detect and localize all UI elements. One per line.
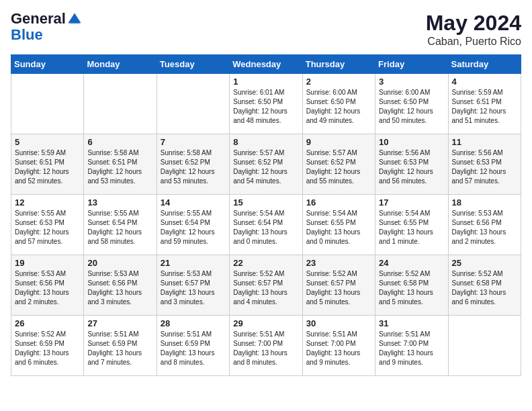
title-block: May 2024 Caban, Puerto Rico bbox=[426, 11, 521, 48]
day-info: Sunrise: 5:58 AMSunset: 6:51 PMDaylight:… bbox=[87, 148, 152, 186]
day-info: Sunrise: 5:55 AMSunset: 6:54 PMDaylight:… bbox=[161, 209, 226, 246]
day-info: Sunrise: 5:55 AMSunset: 6:54 PMDaylight:… bbox=[87, 209, 152, 246]
day-number: 20 bbox=[87, 258, 152, 268]
day-number: 11 bbox=[452, 137, 517, 147]
calendar-cell bbox=[11, 74, 84, 134]
day-number: 24 bbox=[379, 258, 444, 268]
day-info: Sunrise: 5:52 AMSunset: 6:57 PMDaylight:… bbox=[306, 269, 371, 307]
day-info: Sunrise: 5:56 AMSunset: 6:53 PMDaylight:… bbox=[379, 148, 444, 186]
day-number: 6 bbox=[87, 137, 152, 147]
calendar-cell: 23Sunrise: 5:52 AMSunset: 6:57 PMDayligh… bbox=[302, 255, 375, 316]
calendar-cell: 27Sunrise: 5:51 AMSunset: 6:59 PMDayligh… bbox=[84, 316, 157, 376]
day-info: Sunrise: 5:52 AMSunset: 6:57 PMDaylight:… bbox=[233, 269, 298, 307]
calendar-cell: 14Sunrise: 5:55 AMSunset: 6:54 PMDayligh… bbox=[157, 195, 229, 255]
day-info: Sunrise: 5:51 AMSunset: 6:59 PMDaylight:… bbox=[161, 330, 226, 367]
day-info: Sunrise: 5:55 AMSunset: 6:53 PMDaylight:… bbox=[15, 209, 80, 246]
calendar-cell: 18Sunrise: 5:53 AMSunset: 6:56 PMDayligh… bbox=[448, 195, 521, 255]
day-info: Sunrise: 6:01 AMSunset: 6:50 PMDaylight:… bbox=[233, 88, 298, 126]
day-info: Sunrise: 5:57 AMSunset: 6:52 PMDaylight:… bbox=[306, 148, 371, 186]
day-number: 29 bbox=[233, 318, 298, 328]
calendar-cell: 13Sunrise: 5:55 AMSunset: 6:54 PMDayligh… bbox=[84, 195, 157, 255]
day-number: 25 bbox=[452, 258, 517, 268]
day-number: 16 bbox=[306, 197, 371, 208]
day-info: Sunrise: 5:52 AMSunset: 6:58 PMDaylight:… bbox=[452, 269, 517, 307]
calendar-header-row: SundayMondayTuesdayWednesdayThursdayFrid… bbox=[11, 55, 521, 74]
header-monday: Monday bbox=[84, 55, 157, 74]
day-number: 15 bbox=[233, 197, 298, 208]
day-number: 13 bbox=[87, 197, 152, 208]
calendar-cell: 2Sunrise: 6:00 AMSunset: 6:50 PMDaylight… bbox=[302, 74, 375, 134]
day-info: Sunrise: 5:53 AMSunset: 6:56 PMDaylight:… bbox=[87, 269, 152, 307]
day-number: 23 bbox=[306, 258, 371, 268]
calendar-week-3: 12Sunrise: 5:55 AMSunset: 6:53 PMDayligh… bbox=[11, 195, 521, 255]
calendar-cell bbox=[84, 74, 157, 134]
calendar-week-5: 26Sunrise: 5:52 AMSunset: 6:59 PMDayligh… bbox=[11, 316, 521, 376]
day-info: Sunrise: 5:53 AMSunset: 6:57 PMDaylight:… bbox=[161, 269, 226, 307]
calendar-cell: 9Sunrise: 5:57 AMSunset: 6:52 PMDaylight… bbox=[302, 134, 375, 195]
day-info: Sunrise: 5:54 AMSunset: 6:55 PMDaylight:… bbox=[379, 209, 444, 246]
day-number: 3 bbox=[379, 77, 444, 87]
day-info: Sunrise: 5:57 AMSunset: 6:52 PMDaylight:… bbox=[233, 148, 298, 186]
day-number: 7 bbox=[161, 137, 226, 147]
calendar-cell: 6Sunrise: 5:58 AMSunset: 6:51 PMDaylight… bbox=[84, 134, 157, 195]
day-number: 10 bbox=[379, 137, 444, 147]
month-year-title: May 2024 bbox=[426, 11, 521, 36]
day-number: 5 bbox=[15, 137, 80, 147]
day-info: Sunrise: 5:53 AMSunset: 6:56 PMDaylight:… bbox=[15, 269, 80, 307]
day-number: 30 bbox=[306, 318, 371, 328]
calendar-cell: 21Sunrise: 5:53 AMSunset: 6:57 PMDayligh… bbox=[157, 255, 229, 316]
header-saturday: Saturday bbox=[448, 55, 521, 74]
day-number: 26 bbox=[15, 318, 80, 328]
calendar-cell: 26Sunrise: 5:52 AMSunset: 6:59 PMDayligh… bbox=[11, 316, 84, 376]
calendar-cell: 31Sunrise: 5:51 AMSunset: 7:00 PMDayligh… bbox=[375, 316, 448, 376]
calendar-cell: 4Sunrise: 5:59 AMSunset: 6:51 PMDaylight… bbox=[448, 74, 521, 134]
day-info: Sunrise: 5:51 AMSunset: 7:00 PMDaylight:… bbox=[306, 330, 371, 367]
day-number: 1 bbox=[233, 77, 298, 87]
day-info: Sunrise: 6:00 AMSunset: 6:50 PMDaylight:… bbox=[306, 88, 371, 126]
day-number: 9 bbox=[306, 137, 371, 147]
calendar-cell: 25Sunrise: 5:52 AMSunset: 6:58 PMDayligh… bbox=[448, 255, 521, 316]
location-subtitle: Caban, Puerto Rico bbox=[426, 36, 521, 48]
day-info: Sunrise: 5:53 AMSunset: 6:56 PMDaylight:… bbox=[452, 209, 517, 246]
calendar-cell: 3Sunrise: 6:00 AMSunset: 6:50 PMDaylight… bbox=[375, 74, 448, 134]
day-number: 2 bbox=[306, 77, 371, 87]
day-number: 22 bbox=[233, 258, 298, 268]
calendar-cell: 19Sunrise: 5:53 AMSunset: 6:56 PMDayligh… bbox=[11, 255, 84, 316]
day-number: 17 bbox=[379, 197, 444, 208]
day-info: Sunrise: 5:54 AMSunset: 6:54 PMDaylight:… bbox=[233, 209, 298, 246]
day-number: 31 bbox=[379, 318, 444, 328]
day-info: Sunrise: 5:56 AMSunset: 6:53 PMDaylight:… bbox=[452, 148, 517, 186]
day-info: Sunrise: 5:54 AMSunset: 6:55 PMDaylight:… bbox=[306, 209, 371, 246]
day-info: Sunrise: 5:59 AMSunset: 6:51 PMDaylight:… bbox=[15, 148, 80, 186]
day-number: 18 bbox=[452, 197, 517, 208]
day-info: Sunrise: 5:52 AMSunset: 6:58 PMDaylight:… bbox=[379, 269, 444, 307]
calendar-week-2: 5Sunrise: 5:59 AMSunset: 6:51 PMDaylight… bbox=[11, 134, 521, 195]
calendar-cell: 22Sunrise: 5:52 AMSunset: 6:57 PMDayligh… bbox=[230, 255, 302, 316]
day-info: Sunrise: 5:58 AMSunset: 6:52 PMDaylight:… bbox=[161, 148, 226, 186]
calendar-cell: 5Sunrise: 5:59 AMSunset: 6:51 PMDaylight… bbox=[11, 134, 84, 195]
day-info: Sunrise: 5:51 AMSunset: 7:00 PMDaylight:… bbox=[379, 330, 444, 367]
header-friday: Friday bbox=[375, 55, 448, 74]
calendar-cell: 11Sunrise: 5:56 AMSunset: 6:53 PMDayligh… bbox=[448, 134, 521, 195]
calendar-cell: 17Sunrise: 5:54 AMSunset: 6:55 PMDayligh… bbox=[375, 195, 448, 255]
calendar-cell: 29Sunrise: 5:51 AMSunset: 7:00 PMDayligh… bbox=[230, 316, 302, 376]
day-info: Sunrise: 5:52 AMSunset: 6:59 PMDaylight:… bbox=[15, 330, 80, 367]
day-number: 14 bbox=[161, 197, 226, 208]
day-info: Sunrise: 5:59 AMSunset: 6:51 PMDaylight:… bbox=[452, 88, 517, 126]
header-thursday: Thursday bbox=[302, 55, 375, 74]
day-info: Sunrise: 6:00 AMSunset: 6:50 PMDaylight:… bbox=[379, 88, 444, 126]
logo-text: General bbox=[11, 10, 83, 27]
day-info: Sunrise: 5:51 AMSunset: 7:00 PMDaylight:… bbox=[233, 330, 298, 367]
calendar-cell: 20Sunrise: 5:53 AMSunset: 6:56 PMDayligh… bbox=[84, 255, 157, 316]
header-tuesday: Tuesday bbox=[157, 55, 229, 74]
logo: General Blue bbox=[11, 11, 83, 43]
logo-blue: Blue bbox=[11, 27, 83, 43]
day-info: Sunrise: 5:51 AMSunset: 6:59 PMDaylight:… bbox=[87, 330, 152, 367]
day-number: 21 bbox=[161, 258, 226, 268]
calendar-cell: 28Sunrise: 5:51 AMSunset: 6:59 PMDayligh… bbox=[157, 316, 229, 376]
day-number: 4 bbox=[452, 77, 517, 87]
calendar-cell: 12Sunrise: 5:55 AMSunset: 6:53 PMDayligh… bbox=[11, 195, 84, 255]
header-sunday: Sunday bbox=[11, 55, 84, 74]
calendar-week-4: 19Sunrise: 5:53 AMSunset: 6:56 PMDayligh… bbox=[11, 255, 521, 316]
day-number: 8 bbox=[233, 137, 298, 147]
